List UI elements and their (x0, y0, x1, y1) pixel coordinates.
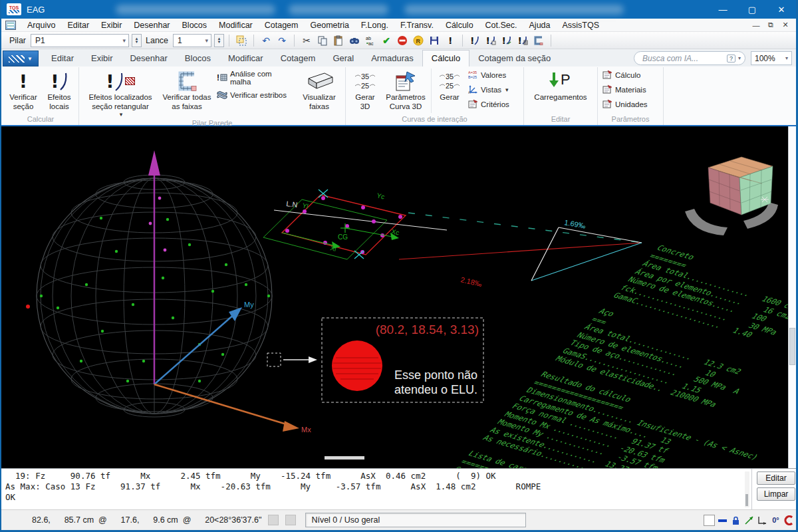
secao-tool-icon-4[interactable]: ! (516, 34, 529, 47)
save-icon[interactable] (428, 34, 441, 47)
angle-axis-icon[interactable] (757, 515, 768, 526)
parametros-curva-3d-button[interactable]: Parâmetros Curva 3D (382, 67, 429, 112)
verificar-todas-faixas-button[interactable]: Verificar todas as faixas (160, 67, 214, 112)
canvas-vertical-scrollbar[interactable] (788, 126, 796, 468)
menu-blocos[interactable]: Blocos (176, 19, 213, 31)
output-editar-button[interactable]: Editar (757, 471, 795, 485)
lock-icon[interactable] (730, 515, 741, 526)
snap-magnet-icon[interactable] (783, 515, 795, 526)
viewport-3d[interactable]: My Mx (1, 126, 796, 468)
menu-assistqs[interactable]: AssisTQS (557, 19, 606, 31)
redo-icon[interactable]: ↷ (275, 34, 289, 47)
tab-geral[interactable]: Geral (324, 51, 362, 66)
gerar-3d-button[interactable]: 3525 Gerar 3D (348, 67, 382, 112)
line-style-icon[interactable] (717, 515, 728, 526)
gerar-button[interactable]: 3525 Gerar (434, 67, 466, 103)
secao-tool-icon-2[interactable]: ! (484, 34, 497, 47)
menu-calculo[interactable]: Cálculo (440, 19, 479, 31)
tab-cotagem-da-secao[interactable]: Cotagem da seção (469, 51, 559, 66)
color-swatch-icon[interactable] (704, 515, 715, 526)
section-drawing: L.N Yc Xc Yl Xl CG (263, 190, 447, 259)
replace-icon[interactable]: abac (364, 34, 377, 47)
pilar-select[interactable]: P1▾ (31, 34, 129, 47)
verificar-estribos-button[interactable]: Verificar estribos (214, 89, 295, 101)
parametros-calculo-button[interactable]: Cálculo (600, 69, 661, 81)
valores-button[interactable]: A=35B=25 Valores (466, 69, 521, 81)
cut-icon[interactable]: ✂ (300, 34, 313, 47)
orbit-cube[interactable] (685, 157, 778, 235)
ai-search-placeholder: Busca com IA... (642, 54, 698, 63)
tab-exibir[interactable]: Exibir (82, 51, 122, 66)
criterios-button[interactable]: Critérios (466, 98, 521, 110)
layer-field[interactable]: Nível 0 / Uso geral (305, 513, 526, 527)
menu-cotsec[interactable]: Cot.Sec. (479, 19, 523, 31)
tab-armaduras[interactable]: Armaduras (362, 51, 422, 66)
verificar-pilar-icon[interactable]: ! (444, 34, 457, 47)
menu-desenhar[interactable]: Desenhar (128, 19, 176, 31)
tab-editar[interactable]: Editar (43, 51, 82, 66)
menu-ajuda[interactable]: Ajuda (523, 19, 557, 31)
h-scroll-thumb[interactable] (325, 456, 364, 460)
carregamentos-button[interactable]: P Carregamentos (526, 67, 595, 103)
zoom-select[interactable]: 100%▾ (751, 51, 792, 65)
ai-search-input[interactable]: Busca com IA... ?▾ (634, 51, 745, 65)
analise-com-malha-button[interactable]: ! Análise com malha (214, 69, 295, 86)
status-toggle-2[interactable] (285, 515, 296, 525)
tab-calculo[interactable]: Cálculo (422, 50, 469, 66)
failed-point-coords: (80.2, 18.54, 3.13) (376, 323, 479, 336)
ortho-diagonal-icon[interactable] (743, 515, 755, 526)
tab-modificar[interactable]: Modificar (219, 51, 272, 66)
close-button[interactable]: ✕ (767, 0, 796, 19)
mdi-restore-icon[interactable]: ⧉ (765, 21, 776, 29)
pilar-stepper[interactable]: ▲▼ (132, 34, 142, 47)
secao-tool-icon-3[interactable]: ! (500, 34, 513, 47)
secao-tool-icon-1[interactable]: ! (468, 34, 481, 47)
lance-select[interactable]: 1▾ (173, 34, 211, 47)
paste-icon[interactable] (332, 34, 345, 47)
r-revision-icon[interactable]: R (412, 34, 425, 47)
menu-exibir[interactable]: Exibir (95, 19, 128, 31)
parametros-unidades-button[interactable]: Unidades (600, 98, 661, 110)
mdi-minimize-icon[interactable]: — (751, 21, 761, 29)
menu-geometria[interactable]: Geometria (305, 19, 355, 31)
menu-flong[interactable]: F.Long. (355, 19, 394, 31)
undo-icon[interactable]: ↶ (259, 34, 273, 47)
output-limpar-button[interactable]: Limpar (757, 487, 795, 501)
find-icon[interactable] (348, 34, 361, 47)
group-curvas-interacao: 3525 Gerar 3D Parâmetros Curva 3D 3525 G… (346, 67, 524, 125)
menu-cotagem[interactable]: Cotagem (259, 19, 305, 31)
output-scrollbar[interactable] (745, 471, 749, 507)
tqs-menu-button[interactable]: ▼ (3, 51, 39, 66)
v-scroll-thumb[interactable] (789, 328, 795, 365)
help-icon[interactable]: ? (727, 55, 735, 63)
check-icon[interactable]: ✔ (380, 34, 393, 47)
menu-modificar[interactable]: Modificar (213, 19, 259, 31)
vistas-button[interactable]: A Vistas (466, 84, 521, 96)
tab-cotagem[interactable]: Cotagem (272, 51, 325, 66)
minimize-button[interactable]: — (708, 0, 737, 19)
efeitos-locais-button[interactable]: ! Efeitos locais (42, 67, 76, 112)
svg-text:25: 25 (361, 82, 369, 90)
verificar-secao-button[interactable]: ! Verificar seção (5, 67, 42, 112)
parametros-materiais-button[interactable]: Materiais (600, 84, 661, 96)
menu-editar[interactable]: Editar (61, 19, 95, 31)
callout-message-line2: atendeu o ELU. (394, 383, 477, 396)
stop-icon[interactable] (396, 34, 409, 47)
visualizar-faixas-button[interactable]: Visualizar faixas (295, 67, 343, 112)
pilar-label: Pilar (7, 36, 29, 45)
axis-mx-arrowhead (283, 421, 299, 432)
menu-ftransv[interactable]: F.Transv. (394, 19, 440, 31)
maximize-button[interactable]: ▢ (737, 0, 767, 19)
menu-arquivo[interactable]: Arquivo (21, 19, 61, 31)
mdi-close-icon[interactable]: ✕ (780, 21, 791, 29)
copy-icon[interactable] (316, 34, 329, 47)
tab-blocos[interactable]: Blocos (176, 51, 219, 66)
tab-desenhar[interactable]: Desenhar (121, 51, 176, 66)
selection-grid-icon[interactable] (235, 34, 248, 47)
angle-zero-icon[interactable]: 0° (770, 515, 781, 526)
secao-c-icon[interactable] (532, 34, 545, 47)
efeitos-localizados-button[interactable]: ! Efeitos localizados seção retangular (81, 67, 160, 118)
svg-text:35: 35 (446, 72, 454, 80)
lance-stepper[interactable]: ▲▼ (214, 34, 224, 47)
status-toggle-1[interactable] (268, 515, 279, 525)
